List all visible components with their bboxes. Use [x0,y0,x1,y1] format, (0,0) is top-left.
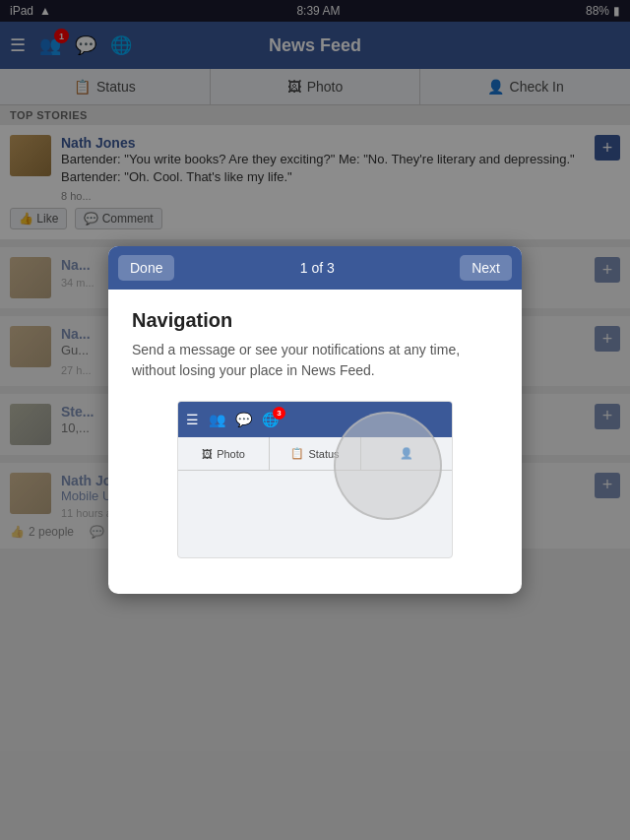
preview-messages-icon: 💬 [235,412,252,427]
tooltip-modal: Done 1 of 3 Next Navigation Send a messa… [108,246,522,594]
preview-photo-tab: 🖼 Photo [178,437,270,470]
modal-overlay: Done 1 of 3 Next Navigation Send a messa… [0,0,630,840]
preview-box: ☰ 👥 💬 🌐 3 🖼 [177,401,453,558]
modal-header: Done 1 of 3 Next [108,246,522,290]
modal-description: Send a message or see your notifications… [132,340,498,381]
modal-body: Navigation Send a message or see your no… [108,290,522,594]
preview-friends-icon: 👥 [209,412,225,427]
preview-hamburger-icon: ☰ [186,412,199,427]
next-button[interactable]: Next [460,255,512,281]
circle-highlight [334,412,442,520]
page-indicator: 1 of 3 [174,260,460,276]
preview-status-icon: 📋 [290,447,304,460]
preview-container: ☰ 👥 💬 🌐 3 🖼 [132,401,498,558]
preview-photo-icon: 🖼 [202,448,213,460]
modal-title: Navigation [132,309,498,332]
preview-nav-icons: 👥 💬 🌐 3 [209,412,279,427]
preview-globe-icon: 🌐 3 [262,412,279,427]
done-button[interactable]: Done [118,255,174,281]
preview-notification-badge: 3 [273,407,285,420]
